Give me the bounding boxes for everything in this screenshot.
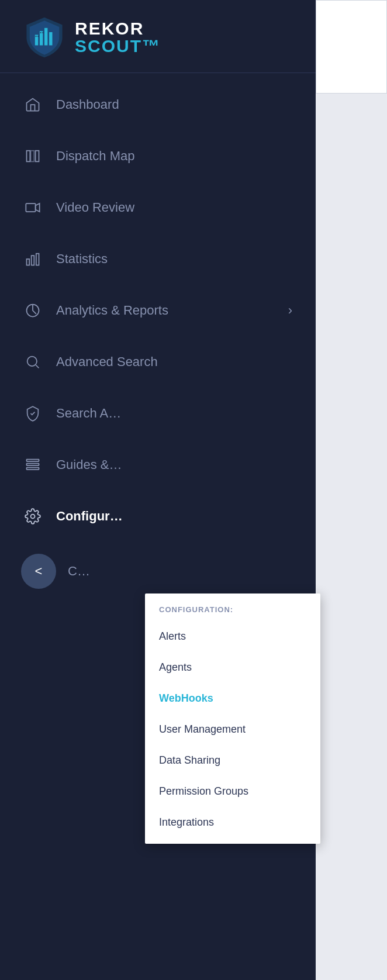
configuration-dropdown: CONFIGURATION: Alerts Agents WebHooks Us…	[145, 593, 320, 844]
sidebar-item-dashboard-label: Dashboard	[56, 97, 292, 112]
sidebar-item-search-alerts-label: Search A…	[56, 406, 292, 421]
map-icon	[23, 147, 42, 165]
logo-area: REKOR SCOUT™	[0, 0, 316, 73]
svg-rect-7	[42, 32, 43, 33]
bottom-label-text: C…	[68, 564, 90, 579]
sidebar-item-guides-label: Guides &…	[56, 457, 292, 472]
video-icon	[23, 198, 42, 217]
sidebar-item-configuration[interactable]: Configur…	[0, 491, 316, 542]
dropdown-item-alerts[interactable]: Alerts	[145, 621, 320, 652]
sidebar-item-guides[interactable]: Guides &…	[0, 439, 316, 491]
svg-rect-13	[32, 256, 34, 265]
sidebar-item-analytics-reports[interactable]: Analytics & Reports ›	[0, 285, 316, 336]
svg-rect-4	[36, 36, 37, 37]
chevron-right-icon: ›	[288, 303, 292, 318]
sidebar-item-search-alerts[interactable]: Search A…	[0, 388, 316, 439]
right-panel	[316, 0, 387, 980]
svg-rect-14	[36, 254, 39, 265]
dropdown-item-webhooks[interactable]: WebHooks	[145, 683, 320, 714]
svg-rect-9	[31, 151, 34, 162]
logo-scout-text: SCOUT™	[75, 37, 161, 55]
svg-rect-18	[27, 464, 39, 466]
sidebar-item-dispatch-map-label: Dispatch Map	[56, 149, 292, 164]
collapse-icon: <	[35, 564, 43, 579]
svg-rect-19	[27, 468, 39, 470]
svg-rect-1	[40, 31, 43, 45]
sidebar-item-advanced-search[interactable]: Advanced Search	[0, 336, 316, 388]
svg-rect-10	[36, 151, 39, 162]
svg-rect-17	[27, 460, 39, 462]
nav-divider	[0, 73, 316, 73]
dropdown-item-agents-label: Agents	[159, 661, 192, 673]
sidebar-item-dashboard[interactable]: Dashboard	[0, 79, 316, 130]
dropdown-item-agents[interactable]: Agents	[145, 652, 320, 683]
list-icon	[23, 456, 42, 474]
svg-rect-8	[27, 151, 30, 162]
dropdown-item-data-sharing-label: Data Sharing	[159, 754, 220, 766]
search-icon	[23, 353, 42, 371]
dropdown-item-alerts-label: Alerts	[159, 630, 186, 642]
sidebar-item-video-review-label: Video Review	[56, 200, 292, 215]
svg-rect-12	[27, 259, 30, 265]
svg-point-16	[27, 357, 37, 366]
svg-rect-3	[49, 32, 52, 46]
sidebar-item-statistics[interactable]: Statistics	[0, 233, 316, 285]
gear-icon	[23, 507, 42, 526]
svg-rect-6	[40, 32, 42, 33]
collapse-button[interactable]: <	[21, 554, 56, 589]
logo-rekor-text: REKOR	[75, 20, 161, 37]
dropdown-item-user-management[interactable]: User Management	[145, 714, 320, 745]
bottom-bar: < C…	[0, 542, 316, 601]
right-panel-content	[316, 0, 387, 94]
svg-rect-5	[37, 36, 39, 37]
shield-check-icon	[23, 404, 42, 423]
dropdown-item-data-sharing[interactable]: Data Sharing	[145, 745, 320, 776]
svg-rect-11	[26, 203, 35, 212]
sidebar-item-analytics-reports-label: Analytics & Reports	[56, 303, 274, 318]
sidebar-item-advanced-search-label: Advanced Search	[56, 354, 292, 370]
sidebar-item-video-review[interactable]: Video Review	[0, 182, 316, 233]
svg-point-20	[31, 515, 35, 519]
dropdown-section-label: CONFIGURATION:	[145, 605, 320, 621]
bar-chart-icon	[23, 250, 42, 268]
logo-shield-icon	[23, 16, 65, 58]
dropdown-item-permission-groups[interactable]: Permission Groups	[145, 776, 320, 807]
sidebar-item-statistics-label: Statistics	[56, 251, 292, 267]
logo-text: REKOR SCOUT™	[75, 20, 161, 55]
sidebar-item-configuration-label: Configur…	[56, 509, 292, 524]
analytics-icon	[23, 301, 42, 320]
home-icon	[23, 95, 42, 114]
dropdown-item-integrations-label: Integrations	[159, 816, 214, 828]
dropdown-item-webhooks-label: WebHooks	[159, 692, 213, 704]
dropdown-item-permission-groups-label: Permission Groups	[159, 785, 248, 797]
sidebar-item-dispatch-map[interactable]: Dispatch Map	[0, 130, 316, 182]
dropdown-item-integrations[interactable]: Integrations	[145, 807, 320, 838]
svg-rect-2	[44, 28, 47, 46]
dropdown-item-user-management-label: User Management	[159, 723, 246, 735]
